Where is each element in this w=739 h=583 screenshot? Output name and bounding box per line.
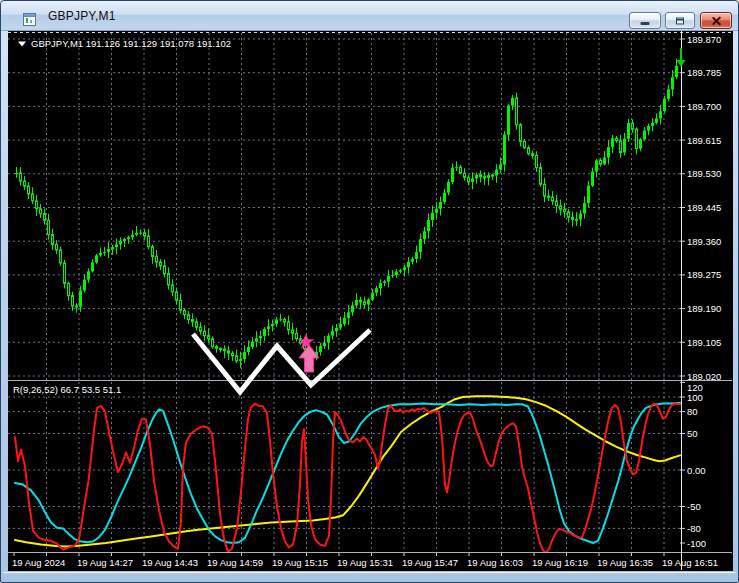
- time-axis-label: 19 Aug 15:31: [337, 557, 393, 568]
- price-axis-label: 189.785: [687, 67, 721, 78]
- zigzag-drawing: [193, 330, 370, 392]
- window-controls: [629, 12, 736, 29]
- time-axis-label: 19 Aug 14:43: [142, 557, 198, 568]
- candles: [15, 59, 678, 369]
- price-axis-label: 189.360: [687, 236, 721, 247]
- minimize-icon: [641, 22, 650, 25]
- restore-button[interactable]: [665, 12, 695, 29]
- indicator-readout: R(9,26,52) 66.7 53.5 51.1: [13, 384, 121, 395]
- price-axis-label: 189.275: [687, 269, 721, 280]
- close-icon: [711, 15, 722, 26]
- chart-render-root: 189.870189.785189.700189.615189.530189.4…: [8, 31, 732, 570]
- oscillator-axis-label: 50: [687, 428, 698, 439]
- oscillator-axis-label: -80: [687, 523, 701, 534]
- title-bar[interactable]: GBPJPY,M1: [1, 1, 738, 31]
- window-icon[interactable]: [23, 13, 36, 26]
- oscillator-axis-label: 80: [687, 406, 698, 417]
- price-axis-label: 189.700: [687, 101, 721, 112]
- time-axis-label: 19 Aug 15:47: [402, 557, 458, 568]
- time-axis[interactable]: 19 Aug 202419 Aug 14:2719 Aug 14:4319 Au…: [12, 557, 718, 568]
- chart-client-area: 189.870189.785189.700189.615189.530189.4…: [8, 31, 733, 571]
- frame-highlight: [3, 572, 736, 573]
- symbol-dropdown-icon[interactable]: [18, 42, 26, 47]
- ohlc-readout: GBPJPY,M1 191.126 191.129 191.078 191.10…: [31, 38, 231, 49]
- price-axis-label: 189.530: [687, 168, 721, 179]
- time-axis-label: 19 Aug 16:35: [597, 557, 653, 568]
- price-axis-label: 189.020: [687, 371, 721, 382]
- chart-window: GBPJPY,M1 189.870189.785189.700189.61518…: [0, 0, 739, 583]
- close-button[interactable]: [700, 12, 732, 29]
- time-axis-label: 19 Aug 2024: [12, 557, 65, 568]
- price-axis-label: 189.870: [687, 34, 721, 45]
- chart-objects[interactable]: [193, 48, 686, 392]
- time-axis-label: 19 Aug 16:51: [662, 557, 718, 568]
- oscillator-axis-label: -50: [687, 501, 701, 512]
- time-axis-label: 19 Aug 16:19: [532, 557, 588, 568]
- oscillator-line-slow: [15, 396, 680, 546]
- window-title: GBPJPY,M1: [48, 9, 116, 23]
- price-axis[interactable]: 189.870189.785189.700189.615189.530189.4…: [687, 34, 721, 549]
- oscillator-line-mid: [15, 403, 680, 543]
- minimize-button[interactable]: [629, 12, 661, 29]
- price-axis-label: 189.445: [687, 202, 721, 213]
- grid: [8, 33, 732, 553]
- time-axis-label: 19 Aug 14:27: [77, 557, 133, 568]
- price-axis-label: 189.615: [687, 135, 721, 146]
- oscillator-axis-label: -100: [687, 538, 706, 549]
- time-axis-label: 19 Aug 16:03: [467, 557, 523, 568]
- oscillator-axis-label: 100: [687, 392, 703, 403]
- price-axis-label: 189.190: [687, 303, 721, 314]
- time-axis-label: 19 Aug 14:59: [207, 557, 263, 568]
- oscillator-lines: [15, 396, 680, 552]
- oscillator-axis-label: 0.00: [687, 465, 706, 476]
- chart-canvas[interactable]: 189.870189.785189.700189.615189.530189.4…: [8, 31, 733, 571]
- time-axis-label: 19 Aug 15:15: [272, 557, 328, 568]
- restore-icon: [676, 17, 684, 24]
- price-axis-label: 189.105: [687, 337, 721, 348]
